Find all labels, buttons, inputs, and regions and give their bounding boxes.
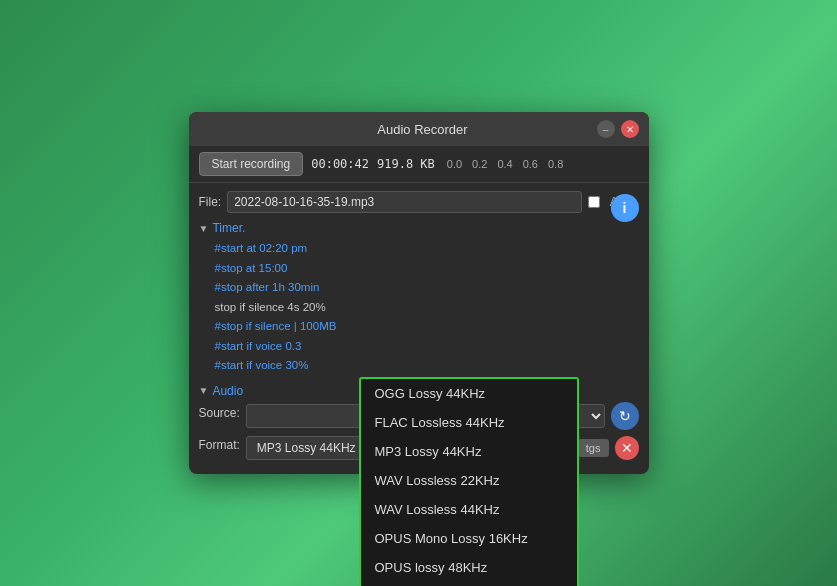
dropdown-item-flac[interactable]: FLAC Lossless 44KHz	[361, 408, 577, 437]
level-labels: 0.0 0.2 0.4 0.6 0.8	[447, 158, 563, 170]
audio-recorder-window: Audio Recorder – ✕ Start recording 00:00…	[189, 112, 649, 474]
file-row: File: Add.	[199, 191, 639, 213]
timer-section: ▼ Timer. #start at 02:20 pm #stop at 15:…	[199, 221, 639, 376]
file-checkbox[interactable]	[588, 196, 600, 208]
dropdown-item-m4a[interactable]: M4A AAC Lossy 44KHz	[361, 582, 577, 586]
dropdown-item-opus16[interactable]: OPUS Mono Lossy 16KHz	[361, 524, 577, 553]
level-0: 0.0	[447, 158, 462, 170]
level-3: 0.6	[523, 158, 538, 170]
list-item: #stop if silence | 100MB	[215, 317, 639, 337]
info-button-container: i	[611, 194, 639, 222]
timer-display: 00:00:42	[311, 157, 369, 171]
level-1: 0.2	[472, 158, 487, 170]
list-item: #start if voice 0.3	[215, 337, 639, 357]
timer-header: ▼ Timer.	[199, 221, 639, 235]
level-4: 0.8	[548, 158, 563, 170]
format-label: Format:	[199, 438, 240, 452]
file-input[interactable]	[227, 191, 582, 213]
list-item: #stop after 1h 30min	[215, 278, 639, 298]
list-item: #start at 02:20 pm	[215, 239, 639, 259]
dropdown-item-wav44[interactable]: WAV Lossless 44KHz	[361, 495, 577, 524]
delete-button[interactable]: ✕	[615, 436, 639, 460]
dropdown-item-opus48[interactable]: OPUS lossy 48KHz	[361, 553, 577, 582]
level-2: 0.4	[497, 158, 512, 170]
refresh-button[interactable]: ↻	[611, 402, 639, 430]
info-button[interactable]: i	[611, 194, 639, 222]
minimize-button[interactable]: –	[597, 120, 615, 138]
list-item: #start if voice 30%	[215, 356, 639, 376]
settings-button[interactable]: tgs	[578, 439, 609, 457]
titlebar: Audio Recorder – ✕	[189, 112, 649, 146]
chevron-down-icon: ▼	[199, 223, 209, 234]
window-controls: – ✕	[597, 120, 639, 138]
dropdown-item-ogg[interactable]: OGG Lossy 44KHz	[361, 379, 577, 408]
format-dropdown: OGG Lossy 44KHz FLAC Lossless 44KHz MP3 …	[359, 377, 579, 586]
window-title: Audio Recorder	[249, 122, 597, 137]
list-item: stop if silence 4s 20%	[215, 298, 639, 318]
source-label: Source:	[199, 406, 240, 420]
toolbar: Start recording 00:00:42 919.8 KB 0.0 0.…	[189, 146, 649, 183]
file-size-display: 919.8 KB	[377, 157, 435, 171]
timer-list: #start at 02:20 pm #stop at 15:00 #stop …	[199, 239, 639, 376]
chevron-down-icon: ▼	[199, 385, 209, 396]
start-recording-button[interactable]: Start recording	[199, 152, 304, 176]
dropdown-item-mp3[interactable]: MP3 Lossy 44KHz	[361, 437, 577, 466]
list-item: #stop at 15:00	[215, 259, 639, 279]
dropdown-item-wav22[interactable]: WAV Lossless 22KHz	[361, 466, 577, 495]
close-button[interactable]: ✕	[621, 120, 639, 138]
file-label: File:	[199, 195, 222, 209]
